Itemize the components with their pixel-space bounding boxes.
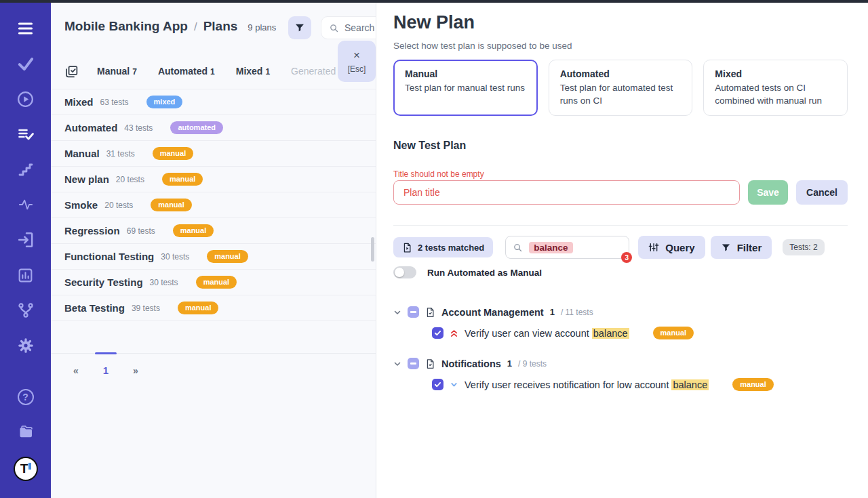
esc-hint: [Esc] (348, 64, 366, 74)
plan-row-smoke[interactable]: Smoke 20 tests manual (51, 192, 376, 218)
plans-search[interactable] (321, 16, 376, 39)
new-plan-panel: New Plan Select how test plan is suppose… (376, 0, 868, 498)
suite-name[interactable]: Account Management (441, 307, 544, 318)
plans-search-input[interactable] (344, 22, 376, 33)
page-1-button[interactable]: 1 (101, 365, 111, 376)
test-type-badge: manual (653, 327, 694, 339)
plan-row-beta-testing[interactable]: Beta Testing 39 tests manual (51, 295, 376, 321)
plan-row-functional-testing[interactable]: Functional Testing 30 tests manual (51, 244, 376, 270)
plan-type-tabs: Manual 7 Automated 1 Mixed 1 Generated (64, 62, 357, 81)
search-icon (329, 23, 339, 33)
plans-list-check-icon[interactable] (16, 125, 36, 144)
tests-tree: Account Management 1 / 11 tests Verify u… (393, 306, 848, 409)
suite-notifications: Notifications 1 / 9 tests Verify user re… (393, 358, 848, 391)
page-next-button[interactable]: » (131, 365, 140, 376)
suite-checkbox-indeterminate[interactable] (408, 358, 419, 369)
select-all-icon[interactable] (64, 64, 79, 79)
search-highlight: balance (592, 328, 629, 339)
tests-search[interactable]: balance 3 (505, 236, 629, 259)
plan-row-automated[interactable]: Automated 43 tests automated (51, 115, 376, 141)
pulse-icon[interactable] (16, 195, 36, 214)
logo-letter: T (20, 461, 28, 476)
branches-icon[interactable] (16, 301, 36, 320)
plan-type-card-automated[interactable]: Automated Test plan for automated test r… (549, 60, 693, 116)
suite-total-count: / 11 tests (561, 308, 593, 317)
test-checkbox-checked[interactable] (432, 379, 443, 390)
plan-type-cards: Manual Test plan for manual test runs Au… (393, 60, 848, 116)
plan-title-form: Save Cancel (393, 180, 848, 205)
plan-type-badge: manual (151, 199, 192, 211)
title-error-message: Title should not be empty (393, 169, 484, 179)
funnel-icon (294, 22, 305, 33)
tab-automated[interactable]: Automated 1 (158, 66, 215, 77)
file-play-icon (402, 243, 412, 253)
help-glyph: ? (18, 389, 34, 405)
chevron-down-icon[interactable] (393, 360, 401, 368)
plan-title-input[interactable] (393, 180, 740, 205)
test-title[interactable]: Verify user can view account balance (465, 328, 629, 339)
minus-icon (410, 362, 416, 364)
test-title[interactable]: Verify user receives notification for lo… (465, 379, 709, 390)
suite-row: Account Management 1 / 11 tests (393, 306, 848, 318)
search-notification-badge: 3 (621, 252, 632, 263)
projects-folder-icon[interactable] (16, 423, 36, 442)
page-title: New Plan (393, 12, 475, 33)
plan-type-badge: mixed (146, 96, 183, 108)
section-divider (393, 225, 848, 226)
help-icon[interactable]: ? (16, 388, 36, 407)
test-checkbox-checked[interactable] (432, 327, 443, 339)
logo-accent (28, 463, 31, 470)
app-sidebar: ? T (0, 0, 51, 498)
sign-in-icon[interactable] (16, 230, 36, 249)
breadcrumb-project[interactable]: Mobile Banking App (64, 19, 188, 34)
filter-button[interactable]: Filter (711, 236, 772, 259)
plan-row-security-testing[interactable]: Security Testing 30 tests manual (51, 270, 376, 295)
plan-type-badge: manual (162, 173, 203, 186)
active-page-indicator (95, 352, 117, 354)
pagination: « 1 » (71, 365, 140, 376)
plan-type-badge: manual (196, 276, 237, 289)
save-button[interactable]: Save (748, 180, 788, 205)
minus-icon (410, 311, 416, 312)
file-icon (425, 358, 435, 369)
suite-checkbox-indeterminate[interactable] (408, 306, 419, 318)
plans-panel: Mobile Banking App / Plans 9 plans × [Es… (51, 0, 376, 498)
chevron-down-icon[interactable] (393, 308, 401, 316)
plan-type-badge: manual (178, 302, 219, 314)
suite-selected-count: 1 (507, 358, 512, 369)
scrollbar-thumb[interactable] (371, 237, 374, 262)
plan-type-card-manual[interactable]: Manual Test plan for manual test runs (393, 60, 538, 116)
tab-mixed[interactable]: Mixed 1 (236, 66, 270, 77)
runs-play-icon[interactable] (16, 89, 36, 108)
page-subtitle: Select how test plan is supposed to be u… (393, 41, 572, 51)
plans-count: 9 plans (248, 22, 276, 33)
cancel-button[interactable]: Cancel (796, 180, 848, 205)
tasks-check-icon[interactable] (16, 54, 36, 73)
suite-selected-count: 1 (550, 307, 555, 317)
plan-type-card-mixed[interactable]: Mixed Automated tests on CI combined wit… (703, 60, 848, 116)
plan-row-new-plan[interactable]: New plan 20 tests manual (51, 167, 376, 192)
plans-filter-button[interactable] (288, 16, 311, 39)
breadcrumb-page[interactable]: Plans (203, 19, 238, 34)
gear-icon[interactable] (16, 336, 36, 355)
priority-low-icon (450, 380, 458, 389)
page-prev-button[interactable]: « (71, 365, 81, 376)
query-button[interactable]: Query (638, 236, 705, 259)
analytics-icon[interactable] (16, 266, 36, 285)
tests-toolbar: 2 tests matched balance 3 Query Filter T… (393, 236, 825, 259)
run-automated-toggle[interactable] (393, 266, 416, 278)
app-logo[interactable]: T (14, 457, 38, 481)
plan-type-badge: manual (207, 250, 248, 263)
tab-generated[interactable]: Generated (291, 66, 336, 77)
run-automated-toggle-row: Run Automated as Manual (393, 266, 542, 278)
tab-manual[interactable]: Manual 7 (97, 66, 137, 77)
menu-icon[interactable] (16, 19, 36, 38)
tests-matched-button[interactable]: 2 tests matched (393, 237, 493, 257)
plan-row-mixed[interactable]: Mixed 63 tests mixed (51, 89, 376, 115)
suite-name[interactable]: Notifications (441, 358, 501, 369)
close-panel-button[interactable]: × [Esc] (338, 41, 376, 82)
plan-row-manual[interactable]: Manual 31 tests manual (51, 141, 376, 167)
steps-icon[interactable] (16, 160, 36, 179)
breadcrumb: Mobile Banking App / Plans 9 plans (64, 19, 276, 34)
plan-row-regression[interactable]: Regression 69 tests manual (51, 218, 376, 244)
